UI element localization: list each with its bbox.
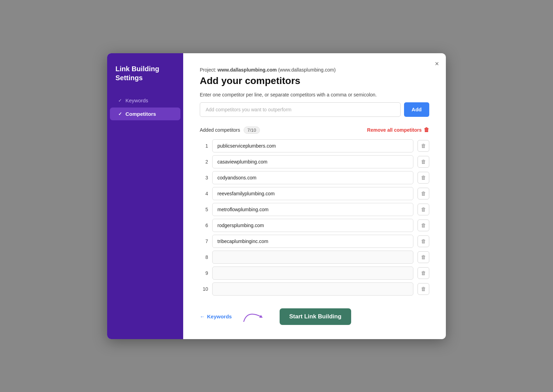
competitor-list: 1🗑2🗑3🗑4🗑5🗑6🗑7🗑8🗑9🗑10🗑 — [200, 138, 429, 297]
competitor-field-1[interactable] — [212, 139, 413, 152]
trash-icon: 🗑 — [421, 238, 426, 244]
trash-icon: 🗑 — [421, 143, 426, 149]
competitor-row-10: 10🗑 — [200, 281, 429, 297]
row-number-6: 6 — [200, 223, 208, 228]
row-number-7: 7 — [200, 239, 208, 244]
row-number-8: 8 — [200, 254, 208, 260]
remove-all-label: Remove all competitors — [367, 127, 422, 133]
add-button[interactable]: Add — [404, 102, 429, 117]
added-label-group: Added competitors 7/10 — [200, 127, 260, 134]
row-number-9: 9 — [200, 270, 208, 276]
start-link-building-button[interactable]: Start Link Building — [280, 308, 351, 325]
delete-competitor-2-button[interactable]: 🗑 — [418, 156, 429, 168]
added-label-text: Added competitors — [200, 127, 240, 133]
modal-container: Link BuildingSettings ✓ Keywords ✓ Compe… — [107, 53, 446, 339]
delete-competitor-6-button[interactable]: 🗑 — [418, 220, 429, 231]
competitor-field-8[interactable] — [212, 251, 413, 264]
competitor-row-1: 1🗑 — [200, 138, 429, 154]
project-url: (www.dallasplumbing.com) — [278, 67, 336, 73]
close-button[interactable]: × — [435, 60, 439, 67]
project-name: www.dallasplumbing.com — [217, 67, 276, 73]
added-header: Added competitors 7/10 Remove all compet… — [200, 127, 429, 134]
competitor-row-7: 7🗑 — [200, 233, 429, 249]
competitor-field-3[interactable] — [212, 171, 413, 184]
trash-icon: 🗑 — [421, 159, 426, 165]
trash-icon: 🗑 — [421, 190, 426, 196]
competitor-field-4[interactable] — [212, 187, 413, 200]
trash-icon: 🗑 — [421, 175, 426, 180]
competitor-row-9: 9🗑 — [200, 265, 429, 281]
sidebar-item-keywords[interactable]: ✓ Keywords — [110, 94, 180, 107]
delete-competitor-7-button[interactable]: 🗑 — [418, 235, 429, 247]
competitor-row-3: 3🗑 — [200, 170, 429, 186]
row-number-2: 2 — [200, 159, 208, 165]
footer: ← Keywords Start Link Building — [200, 308, 429, 325]
add-competitor-input[interactable] — [200, 102, 401, 117]
delete-competitor-9-button[interactable]: 🗑 — [418, 267, 429, 279]
competitor-row-2: 2🗑 — [200, 154, 429, 170]
trash-icon: 🗑 — [421, 254, 426, 260]
curved-arrow-icon — [240, 308, 271, 325]
check-icon-keywords: ✓ — [118, 98, 122, 103]
back-link-label: Keywords — [207, 314, 232, 319]
main-content: × Project: www.dallasplumbing.com (www.d… — [183, 53, 446, 339]
competitor-row-8: 8🗑 — [200, 249, 429, 265]
add-competitor-row: Add — [200, 102, 429, 117]
row-number-3: 3 — [200, 175, 208, 180]
row-number-4: 4 — [200, 191, 208, 196]
check-icon-competitors: ✓ — [118, 111, 122, 116]
competitor-field-6[interactable] — [212, 219, 413, 232]
trash-icon: 🗑 — [421, 270, 426, 276]
sidebar-item-label-competitors: Competitors — [125, 111, 156, 117]
page-title: Add your competitors — [200, 75, 429, 86]
competitor-row-4: 4🗑 — [200, 186, 429, 202]
competitor-field-7[interactable] — [212, 235, 413, 248]
trash-red-icon: 🗑 — [424, 127, 429, 133]
delete-competitor-5-button[interactable]: 🗑 — [418, 204, 429, 215]
instruction-text: Enter one competitor per line, or separa… — [200, 92, 429, 97]
delete-competitor-8-button[interactable]: 🗑 — [418, 251, 429, 263]
trash-icon: 🗑 — [421, 286, 426, 292]
competitor-row-5: 5🗑 — [200, 202, 429, 217]
competitor-field-10[interactable] — [212, 282, 413, 296]
delete-competitor-3-button[interactable]: 🗑 — [418, 172, 429, 184]
remove-all-button[interactable]: Remove all competitors 🗑 — [367, 127, 429, 133]
competitor-field-2[interactable] — [212, 155, 413, 168]
delete-competitor-10-button[interactable]: 🗑 — [418, 283, 429, 295]
count-badge: 7/10 — [244, 127, 260, 134]
row-number-10: 10 — [200, 286, 208, 292]
row-number-5: 5 — [200, 207, 208, 212]
delete-competitor-4-button[interactable]: 🗑 — [418, 188, 429, 199]
trash-icon: 🗑 — [421, 206, 426, 212]
trash-icon: 🗑 — [421, 222, 426, 228]
sidebar-item-competitors[interactable]: ✓ Competitors — [110, 108, 180, 120]
sidebar: Link BuildingSettings ✓ Keywords ✓ Compe… — [107, 53, 183, 339]
sidebar-item-label-keywords: Keywords — [125, 97, 148, 103]
sidebar-title: Link BuildingSettings — [107, 64, 183, 93]
back-link[interactable]: ← Keywords — [200, 314, 232, 319]
delete-competitor-1-button[interactable]: 🗑 — [418, 140, 429, 152]
row-number-1: 1 — [200, 143, 208, 149]
project-line: Project: www.dallasplumbing.com (www.dal… — [200, 67, 429, 73]
competitor-field-5[interactable] — [212, 203, 413, 216]
competitor-row-6: 6🗑 — [200, 217, 429, 233]
arrow-container — [240, 308, 271, 325]
competitor-field-9[interactable] — [212, 267, 413, 280]
back-arrow-icon: ← — [200, 314, 205, 319]
project-prefix: Project: — [200, 67, 216, 73]
